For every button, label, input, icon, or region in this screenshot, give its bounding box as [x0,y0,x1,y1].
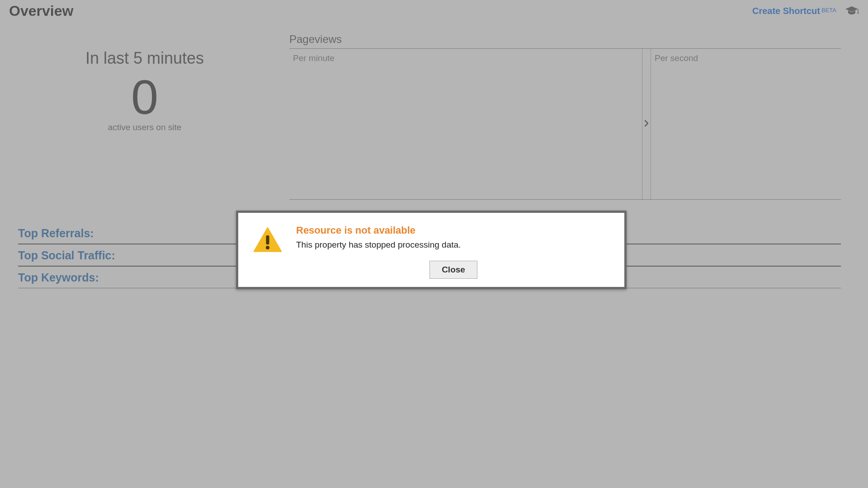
modal-title: Resource is not available [296,225,611,236]
svg-point-3 [266,246,269,249]
close-button[interactable]: Close [429,261,477,279]
error-modal: Resource is not available This property … [236,211,627,289]
modal-footer: Close [296,261,611,279]
modal-message: This property has stopped processing dat… [296,240,611,250]
warning-icon [252,225,283,279]
svg-rect-2 [266,235,269,244]
modal-body: Resource is not available This property … [296,225,611,279]
